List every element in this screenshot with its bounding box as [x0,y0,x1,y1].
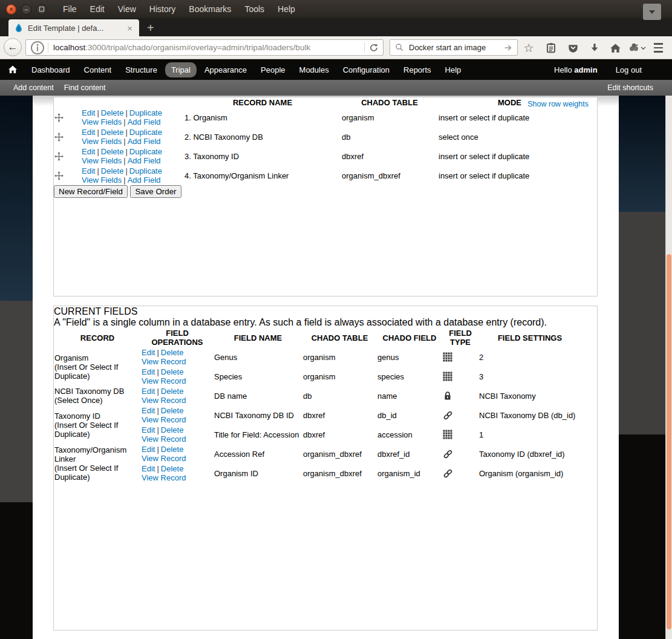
menu-history[interactable]: History [143,4,183,14]
menu-hamburger-icon[interactable] [651,41,665,55]
edit-link[interactable]: Edit [82,166,95,175]
add-field-link[interactable]: Add Field [128,117,161,126]
bookmark-star-icon[interactable]: ☆ [521,41,536,55]
download-icon[interactable] [587,41,602,55]
delete-link[interactable]: Delete [161,406,184,415]
reload-icon[interactable] [369,43,379,53]
shortcut-find-content[interactable]: Find content [64,84,106,92]
record-mode: select once [438,127,581,146]
drag-handle-icon[interactable] [54,171,64,180]
admin-item-help[interactable]: Help [439,62,468,77]
add-field-link[interactable]: Add Field [128,137,161,146]
record-cell: Taxonomy/Organism Linker (Insert Or Sele… [54,444,141,483]
edit-link[interactable]: Edit [142,445,155,454]
edit-link[interactable]: Edit [82,128,95,137]
admin-item-configuration[interactable]: Configuration [337,62,396,77]
home-icon[interactable] [608,41,622,55]
new-record-field-button[interactable]: New Record/Field [54,185,128,198]
view-fields-link[interactable]: View Fields [82,156,122,165]
search-go-icon[interactable] [504,44,512,52]
view-record-link[interactable]: View Record [142,396,186,405]
logout-link[interactable]: Log out [616,65,642,74]
edit-link[interactable]: Edit [82,108,95,117]
record-mode: insert or select if duplicate [438,108,581,127]
menu-file[interactable]: File [56,4,83,14]
admin-item-structure[interactable]: Structure [119,62,163,77]
edit-link[interactable]: Edit [142,464,155,473]
admin-item-appearance[interactable]: Appearance [198,62,253,77]
duplicate-link[interactable]: Duplicate [129,147,162,156]
admin-home-icon[interactable] [8,65,18,74]
duplicate-link[interactable]: Duplicate [129,108,162,117]
toolbar-toggle-button[interactable] [643,4,661,20]
edit-link[interactable]: Edit [142,406,155,415]
col-field-type: FIELD TYPE [442,328,478,347]
menu-tools[interactable]: Tools [238,4,271,14]
admin-item-reports[interactable]: Reports [397,62,437,77]
delete-link[interactable]: Delete [101,147,124,156]
delete-link[interactable]: Delete [101,128,124,137]
chevron-down-icon[interactable] [639,41,647,55]
tab-close-icon[interactable]: × [126,24,134,33]
link-icon [443,449,453,459]
info-icon[interactable] [30,41,45,55]
edit-link[interactable]: Edit [142,387,155,396]
search-bar[interactable] [390,39,518,56]
menu-bookmarks[interactable]: Bookmarks [182,4,238,14]
new-tab-button[interactable]: + [139,19,162,36]
current-fields-legend[interactable]: CURRENT FIELDS [54,306,597,317]
delete-link[interactable]: Delete [161,348,184,357]
admin-item-content[interactable]: Content [78,62,118,77]
admin-item-tripal[interactable]: Tripal [165,62,197,77]
bookmarks-menu-icon[interactable] [544,41,558,55]
admin-item-modules[interactable]: Modules [293,62,335,77]
drag-handle-icon[interactable] [54,133,64,142]
view-fields-link[interactable]: View Fields [82,175,122,185]
delete-link[interactable]: Delete [161,464,184,473]
menu-view[interactable]: View [111,4,143,14]
duplicate-link[interactable]: Duplicate [129,128,162,137]
delete-link[interactable]: Delete [161,445,184,454]
edit-link[interactable]: Edit [142,425,155,434]
view-record-link[interactable]: View Record [142,473,186,482]
admin-item-people[interactable]: People [255,62,291,77]
view-record-link[interactable]: View Record [142,376,186,385]
pocket-icon[interactable] [566,41,580,55]
delete-link[interactable]: Delete [161,367,184,376]
search-input[interactable] [408,42,499,53]
url-bar[interactable]: localhost:3000/tripal/chado/organism#ove… [25,39,383,56]
field-settings: 1 [478,425,581,444]
delete-link[interactable]: Delete [101,166,124,175]
view-fields-link[interactable]: View Fields [82,137,122,146]
shortcut-add-content[interactable]: Add content [13,84,54,92]
delete-link[interactable]: Delete [161,425,184,434]
drag-handle-icon[interactable] [54,152,64,161]
edit-link[interactable]: Edit [142,348,155,357]
admin-item-dashboard[interactable]: Dashboard [25,62,76,77]
add-field-link[interactable]: Add Field [128,175,161,185]
view-fields-link[interactable]: View Fields [82,117,122,126]
edit-link[interactable]: Edit [142,367,155,376]
edit-shortcuts-link[interactable]: Edit shortcuts [607,84,653,92]
delete-link[interactable]: Delete [101,108,124,117]
scrollbar-thumb[interactable] [667,254,671,629]
view-record-link[interactable]: View Record [142,454,186,463]
drag-handle-icon[interactable] [54,113,64,122]
duplicate-link[interactable]: Duplicate [129,166,162,175]
back-button[interactable]: ← [4,38,22,56]
edit-link[interactable]: Edit [82,147,95,156]
record-chado-table: organism [341,108,438,127]
show-row-weights-link[interactable]: Show row weights [527,100,589,108]
view-record-link[interactable]: View Record [142,434,186,444]
menu-help[interactable]: Help [271,4,302,14]
view-record-link[interactable]: View Record [142,415,186,424]
save-order-button[interactable]: Save Order [130,185,181,198]
window-close-icon[interactable]: × [6,4,16,15]
window-minimize-icon[interactable]: – [21,4,31,15]
view-record-link[interactable]: View Record [142,357,186,366]
tab-edit-template[interactable]: Edit Template | defa... × [8,19,139,36]
window-maximize-icon[interactable] [36,4,47,15]
menu-edit[interactable]: Edit [83,4,111,14]
add-field-link[interactable]: Add Field [128,156,161,165]
delete-link[interactable]: Delete [161,387,184,396]
